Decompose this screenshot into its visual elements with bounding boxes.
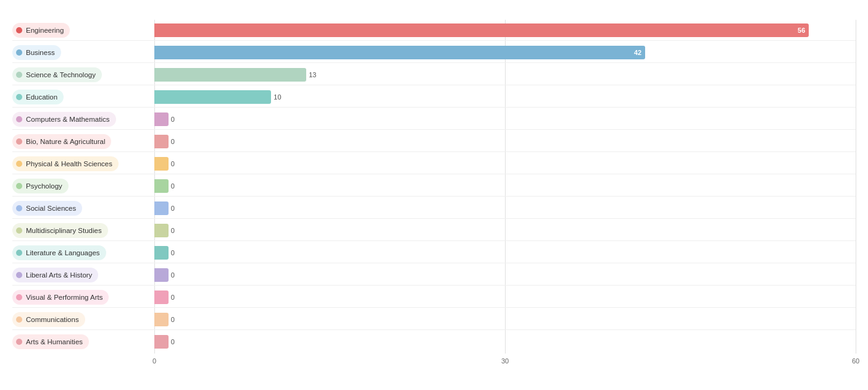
bar-dot-icon	[16, 161, 22, 167]
bar-label-pill: Arts & Humanities	[12, 334, 89, 349]
bar-track: 0	[154, 198, 856, 218]
bar-fill	[154, 157, 169, 171]
bar-track: 0	[154, 109, 856, 129]
bar-label-text: Physical & Health Sciences	[26, 160, 112, 167]
bar-label-container: Psychology	[12, 176, 154, 196]
bar-label-text: Arts & Humanities	[26, 338, 83, 345]
bar-label-container: Multidisciplinary Studies	[12, 220, 154, 240]
bar-label-text: Business	[26, 49, 55, 56]
bar-track: 0	[154, 153, 856, 174]
bar-track: 0	[154, 287, 856, 307]
bar-fill	[154, 224, 169, 237]
bar-label-pill: Business	[12, 45, 61, 60]
bar-value-label: 0	[171, 249, 175, 256]
bar-row: Psychology0	[12, 176, 856, 197]
bar-fill	[154, 179, 169, 193]
bar-label-container: Liberal Arts & History	[12, 265, 154, 285]
bar-track: 0	[154, 176, 856, 196]
bar-track: 0	[154, 309, 856, 329]
grid-line-v	[856, 20, 856, 354]
bar-track: 13	[154, 64, 856, 85]
bar-label-container: Science & Technology	[12, 64, 154, 85]
bar-label-text: Visual & Performing Arts	[26, 294, 102, 301]
bar-value-label: 0	[171, 294, 175, 301]
bar-value-label: 10	[273, 93, 281, 101]
bar-label-container: Computers & Mathematics	[12, 109, 154, 129]
rows-wrapper: Engineering56Business42Science & Technol…	[12, 20, 856, 354]
bar-dot-icon	[16, 250, 22, 256]
bar-fill	[154, 246, 169, 260]
bars-container: Engineering56Business42Science & Technol…	[12, 20, 856, 354]
bar-label-pill: Bio, Nature & Agricultural	[12, 134, 111, 149]
bar-track: 0	[154, 220, 856, 240]
bar-label-pill: Science & Technology	[12, 67, 102, 82]
bar-value-label: 0	[171, 182, 175, 190]
bar-row: Engineering56	[12, 20, 856, 41]
bar-row: Bio, Nature & Agricultural0	[12, 131, 856, 152]
bar-label-text: Psychology	[26, 182, 62, 190]
bar-fill	[154, 90, 271, 104]
bar-label-container: Literature & Languages	[12, 242, 154, 263]
bar-fill	[154, 135, 169, 148]
bar-value-label: 0	[171, 116, 175, 123]
x-axis-tick: 60	[852, 357, 859, 365]
bar-label-text: Social Sciences	[26, 205, 76, 212]
bar-row: Literature & Languages0	[12, 242, 856, 263]
bar-label-text: Communications	[26, 316, 79, 323]
bar-dot-icon	[16, 205, 22, 211]
bar-dot-icon	[16, 94, 22, 100]
bar-dot-icon	[16, 49, 22, 56]
bar-label-pill: Engineering	[12, 23, 70, 38]
bar-row: Visual & Performing Arts0	[12, 287, 856, 308]
bar-row: Science & Technology13	[12, 64, 856, 85]
bar-fill	[154, 313, 169, 326]
bar-label-container: Social Sciences	[12, 198, 154, 218]
bar-label-text: Multidisciplinary Studies	[26, 227, 102, 234]
bar-value-label: 0	[171, 205, 175, 212]
bar-label-pill: Education	[12, 90, 64, 104]
bar-value-label: 0	[171, 316, 175, 323]
bar-row: Liberal Arts & History0	[12, 265, 856, 286]
bar-label-container: Visual & Performing Arts	[12, 287, 154, 307]
bar-fill	[154, 112, 169, 126]
bar-label-pill: Liberal Arts & History	[12, 268, 98, 282]
bar-track: 0	[154, 265, 856, 285]
bar-row: Social Sciences0	[12, 198, 856, 219]
bar-label-container: Engineering	[12, 20, 154, 40]
bar-label-pill: Multidisciplinary Studies	[12, 223, 108, 238]
bar-dot-icon	[16, 227, 22, 234]
bar-label-pill: Visual & Performing Arts	[12, 290, 109, 305]
bar-label-container: Education	[12, 87, 154, 107]
bar-label-pill: Psychology	[12, 179, 69, 193]
bar-dot-icon	[16, 138, 22, 145]
bar-track: 0	[154, 331, 856, 352]
bar-dot-icon	[16, 72, 22, 78]
bar-track: 56	[154, 20, 856, 40]
bar-track: 0	[154, 242, 856, 263]
bar-value-label: 0	[171, 271, 175, 279]
bar-value-label: 0	[171, 227, 175, 234]
bar-row: Communications0	[12, 309, 856, 330]
bar-value-label: 0	[171, 138, 175, 145]
bar-row: Arts & Humanities0	[12, 331, 856, 352]
bar-label-container: Arts & Humanities	[12, 331, 154, 352]
bar-fill	[154, 268, 169, 282]
bar-label-pill: Computers & Mathematics	[12, 112, 116, 127]
bar-dot-icon	[16, 339, 22, 345]
bar-label-pill: Physical & Health Sciences	[12, 156, 119, 171]
bar-dot-icon	[16, 183, 22, 189]
x-axis-tick: 30	[501, 357, 509, 365]
bar-fill: 56	[154, 23, 809, 37]
bar-label-pill: Literature & Languages	[12, 245, 106, 260]
bar-dot-icon	[16, 27, 22, 33]
bar-track: 0	[154, 131, 856, 151]
bar-label-pill: Communications	[12, 312, 85, 327]
bar-row: Business42	[12, 42, 856, 63]
x-axis: 03060	[154, 357, 856, 370]
bar-label-text: Computers & Mathematics	[26, 116, 110, 123]
bar-dot-icon	[16, 316, 22, 323]
bar-fill	[154, 68, 306, 82]
bar-value-label: 13	[309, 71, 316, 78]
bar-fill: 42	[154, 46, 645, 59]
bar-label-container: Communications	[12, 309, 154, 329]
